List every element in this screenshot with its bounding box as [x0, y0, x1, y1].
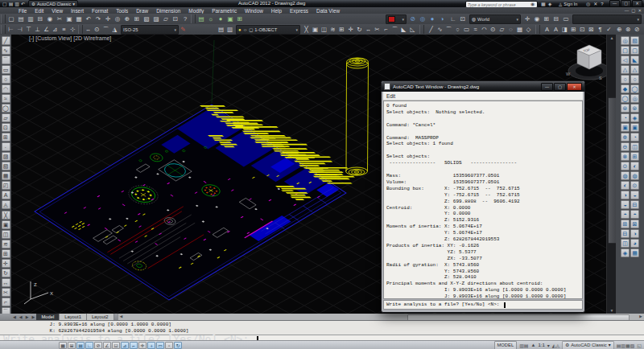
- draw-tool-icon[interactable]: ▱: [2, 113, 10, 122]
- menu-item[interactable]: Data View: [312, 8, 344, 14]
- layers-dropdown[interactable]: ● ☼ ▢ 1-OBJECT▾: [236, 25, 300, 35]
- modeling-icon[interactable]: ◔: [630, 133, 639, 142]
- titlebar-icon[interactable]: ◎: [586, 2, 590, 7]
- view-tool-icon[interactable]: ⊟: [551, 14, 561, 23]
- toolbar-icon[interactable]: ▨: [151, 14, 161, 23]
- draw-tool-icon[interactable]: ▧: [2, 162, 10, 170]
- dimstyle-edit-icon[interactable]: ✎: [179, 25, 188, 34]
- solid-editing-icon[interactable]: ⊟: [621, 229, 630, 238]
- draw-tool-icon[interactable]: ∙: [2, 142, 10, 151]
- draw-tool-icon[interactable]: ◠: [2, 84, 10, 93]
- modeling-icon[interactable]: ◯: [630, 84, 639, 93]
- menu-item[interactable]: Tools: [112, 8, 132, 14]
- layer-tool-icon[interactable]: ▤: [217, 25, 225, 34]
- shade-tool-icon[interactable]: ●: [427, 14, 437, 23]
- window-control-button[interactable]: ✕: [632, 0, 642, 7]
- toolbar-grip[interactable]: [191, 14, 196, 23]
- text-window-titlebar[interactable]: AutoCAD Text Window - Drawing2.dwg — ▢ ✕: [382, 81, 584, 92]
- vertical-scrollbar[interactable]: ▲ ▼: [606, 35, 616, 314]
- draw-tool-icon[interactable]: ⊡: [2, 123, 10, 132]
- layer-tool-icon[interactable]: ▥: [225, 25, 234, 34]
- view-tool-icon[interactable]: ⊞: [542, 14, 551, 23]
- draw-tool-icon[interactable]: ◇: [524, 25, 533, 34]
- solid-editing-icon[interactable]: ◑: [621, 191, 630, 199]
- annotation-icon[interactable]: ◬: [555, 343, 559, 348]
- draw-tool-icon[interactable]: ◯: [2, 104, 10, 113]
- snap-tool-icon[interactable]: ∠: [42, 25, 51, 34]
- menu-item[interactable]: Dimension: [152, 8, 184, 14]
- menu-item[interactable]: Format: [88, 8, 112, 14]
- solid-editing-icon[interactable]: ⊗: [621, 152, 630, 161]
- dimension-tool-icon[interactable]: ◮: [110, 25, 119, 34]
- modeling-icon[interactable]: ◑: [630, 229, 639, 238]
- toolbar-icon[interactable]: ◉: [45, 14, 55, 23]
- solid-editing-icon[interactable]: ⊖: [621, 142, 630, 151]
- snap-tool-icon[interactable]: ⊥: [33, 25, 42, 34]
- modeling-icon[interactable]: ▢: [630, 46, 639, 55]
- shade-tool-icon[interactable]: ◑: [437, 14, 447, 23]
- workspace-switcher-status[interactable]: ⚙ AutoCAD Classic ▾: [562, 341, 614, 349]
- toolbar-icon[interactable]: ▧: [142, 14, 151, 23]
- named-view-dropdown[interactable]: ▾: [572, 14, 642, 24]
- solid-editing-icon[interactable]: ◫: [621, 239, 630, 248]
- solid-editing-icon[interactable]: ⊜: [621, 104, 630, 113]
- solid-editing-icon[interactable]: ⊕: [621, 133, 630, 142]
- snap-tool-icon[interactable]: ≡: [60, 25, 68, 34]
- shade-tool-icon[interactable]: ⊘: [408, 14, 418, 23]
- modeling-icon[interactable]: ◕: [630, 239, 639, 248]
- horizontal-scrollbar[interactable]: ◀ ▶: [118, 314, 644, 320]
- modeling-icon[interactable]: ⊙: [630, 181, 639, 190]
- toolbar-icon[interactable]: ▣: [64, 14, 74, 23]
- tab-nav-arrow[interactable]: ▶: [31, 314, 37, 319]
- close-button[interactable]: ✕: [567, 83, 582, 91]
- toolbar-icon[interactable]: ▱: [161, 14, 171, 23]
- draw-tool-icon[interactable]: ▨: [2, 152, 10, 161]
- text-window[interactable]: AutoCAD Text Window - Drawing2.dwg — ▢ ✕…: [381, 80, 585, 313]
- drafting-toggle-button[interactable]: ＋: [147, 342, 155, 349]
- modify-tool-icon[interactable]: ◫: [320, 25, 328, 34]
- drafting-toggle-button[interactable]: ∠: [103, 342, 111, 349]
- layer-tool-icon[interactable]: ☼: [206, 14, 216, 23]
- modeling-icon[interactable]: ◐: [630, 162, 639, 170]
- menu-item[interactable]: Draw: [132, 8, 152, 14]
- modify-tool-icon[interactable]: ✛: [2, 259, 10, 268]
- snap-tool-icon[interactable]: ⊤: [24, 25, 33, 34]
- document-window-control[interactable]: ▢: [631, 8, 635, 13]
- annotation-scale-value[interactable]: 1:1: [538, 343, 544, 347]
- chevron-down-icon[interactable]: ▾: [547, 343, 550, 348]
- modify-tool-icon[interactable]: ▣: [311, 25, 320, 34]
- shade-tool-icon[interactable]: ◎: [418, 14, 427, 23]
- toolbar-grip[interactable]: [1, 14, 6, 23]
- status-utility-icon[interactable]: ▧: [630, 343, 635, 348]
- menu-item[interactable]: Parametric: [208, 8, 241, 14]
- text-window-input[interactable]: Write analysis to a file? [Yes/No] <N>:: [383, 300, 583, 310]
- modify-tool-icon[interactable]: ✂: [373, 25, 382, 34]
- draw-tool-icon[interactable]: ◬: [2, 200, 10, 209]
- modify-tool-icon[interactable]: ╳: [2, 211, 10, 220]
- solid-editing-icon[interactable]: ◒: [621, 200, 630, 209]
- draw-tool-icon[interactable]: ○: [2, 75, 10, 84]
- toolbar-icon[interactable]: ↶: [84, 14, 93, 23]
- drafting-toggle-button[interactable]: ▭: [156, 342, 164, 349]
- dimension-tool-icon[interactable]: ⊙: [93, 25, 101, 34]
- modeling-icon[interactable]: ◫: [630, 142, 639, 151]
- layout-tab[interactable]: Layout1: [60, 314, 87, 320]
- text-tool-icon[interactable]: A: [543, 25, 551, 34]
- modeling-icon[interactable]: ◍: [630, 171, 639, 180]
- drafting-toggle-button[interactable]: ▫: [165, 342, 173, 349]
- drafting-toggle-button[interactable]: ▤: [76, 342, 85, 349]
- view-tool-icon[interactable]: ▭: [561, 14, 571, 23]
- snap-tool-icon[interactable]: ⊿: [51, 25, 60, 34]
- toolbar-grip[interactable]: [419, 25, 424, 34]
- draw-tool-icon[interactable]: ≈: [471, 25, 480, 34]
- solid-editing-icon[interactable]: △: [621, 65, 630, 74]
- toolbar-icon[interactable]: ✂: [55, 14, 64, 23]
- solid-editing-icon[interactable]: ◔: [621, 113, 630, 122]
- menu-item[interactable]: Edit: [31, 8, 47, 14]
- modify-tool-icon[interactable]: ↻: [355, 25, 364, 34]
- draw-tool-icon[interactable]: ∿: [2, 46, 10, 55]
- modify-tool-icon[interactable]: ◺: [408, 25, 417, 34]
- draw-tool-icon[interactable]: ⌒: [2, 55, 10, 64]
- text-tool-icon[interactable]: ⊡: [578, 25, 587, 34]
- draw-tool-icon[interactable]: A: [2, 191, 10, 199]
